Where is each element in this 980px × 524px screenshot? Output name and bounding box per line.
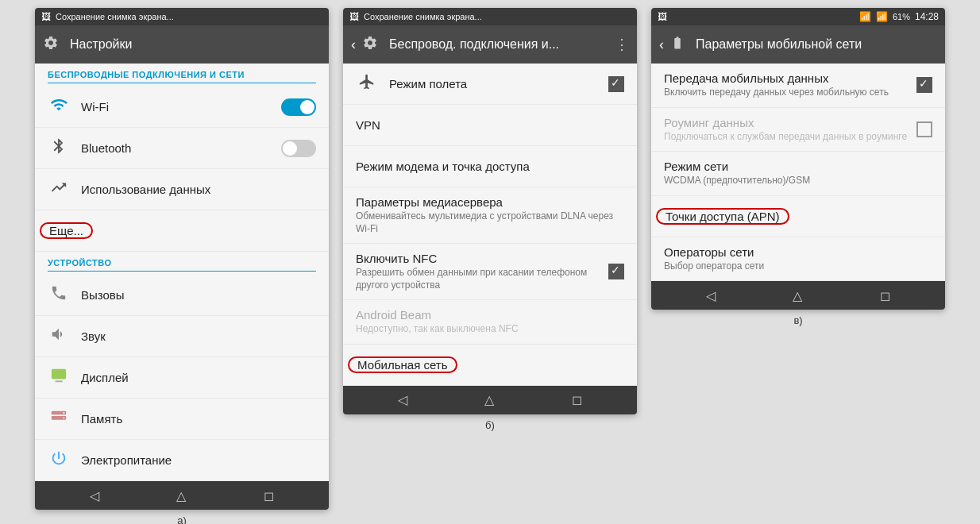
main-text-apn: Точки доступа (APN) [664, 210, 932, 223]
airplane-icon [356, 73, 378, 94]
toggle-off-bluetooth[interactable] [281, 140, 316, 157]
content-area: Передача мобильных данныхВключить переда… [651, 64, 945, 281]
checkbox-checked-nfc[interactable] [608, 264, 624, 279]
recent-nav[interactable]: ◻ [572, 392, 582, 407]
setting-item-sound[interactable]: Звук [35, 316, 329, 357]
setting-item-wifi[interactable]: Wi-Fi [35, 87, 329, 128]
main-text-mediaserver: Параметры медиасервера [356, 195, 624, 209]
signal-icon: 📶 [876, 11, 888, 22]
checkbox-checked-mobile-data[interactable] [916, 77, 932, 93]
main-text-operators: Операторы сети [664, 245, 932, 259]
header-title: Сохранение снимка экрана... [364, 12, 482, 21]
circled-label-more: Еще... [40, 222, 93, 239]
setting-item-tethering[interactable]: Режим модема и точка доступа [343, 146, 637, 187]
toolbar-title: Беспровод. подключения и... [389, 37, 608, 52]
main-text-roaming: Роуминг данных [664, 116, 916, 129]
setting-item-vpn[interactable]: VPN [343, 105, 637, 146]
setting-item-mediaserver[interactable]: Параметры медиасервераОбменивайтесь муль… [343, 187, 637, 244]
back-nav[interactable]: ◁ [90, 488, 99, 503]
setting-item-calls[interactable]: Вызовы [35, 275, 329, 316]
setting-item-more[interactable]: Еще... [35, 210, 329, 252]
content-area: БЕСПРОВОДНЫЕ ПОДКЛЮЧЕНИЯ И СЕТИWi-FiBlue… [35, 64, 329, 481]
display-icon [48, 367, 70, 388]
text-content-operators: Операторы сетиВыбор оператора сети [664, 245, 932, 273]
setting-item-airplane[interactable]: Режим полета [343, 64, 637, 105]
phone-screen-b: 🖼 Сохранение снимка экрана... ‹Беспровод… [343, 8, 637, 414]
toggle-on-wifi[interactable] [281, 98, 316, 116]
checkbox-unchecked-roaming[interactable] [916, 121, 932, 137]
phone-screen-a: 🖼 Сохранение снимка экрана... НастройкиБ… [35, 8, 329, 510]
main-text-mobile-net: Мобильная сеть [356, 358, 624, 372]
text-content-apn: Точки доступа (APN) [664, 210, 932, 223]
setting-item-data-usage[interactable]: Использование данных [35, 169, 329, 210]
text-content-nfc: Включить NFCРазрешить обмен данными при … [356, 252, 608, 291]
screenshot-icon: 🖼 [41, 11, 51, 22]
wifi-icon: 📶 [859, 11, 871, 22]
section-divider-wireless [48, 83, 316, 83]
svg-point-4 [64, 412, 65, 414]
text-content-mobile-data: Передача мобильных данныхВключить переда… [664, 71, 916, 99]
phone-wrap-screen-c: 🖼 📶 📶 61% 14:28 ‹Параметры мобильной сет… [651, 8, 945, 326]
text-content-sound: Звук [81, 329, 316, 343]
section-label-wireless: БЕСПРОВОДНЫЕ ПОДКЛЮЧЕНИЯ И СЕТИ [35, 64, 329, 83]
setting-item-apn[interactable]: Точки доступа (APN) [651, 196, 945, 237]
home-nav[interactable]: △ [484, 392, 494, 407]
sub-text-operators: Выбор оператора сети [664, 260, 932, 273]
screenshot-icon: 🖼 [349, 11, 359, 22]
text-content-airplane: Режим полета [389, 77, 608, 91]
settings-icon [43, 35, 59, 54]
setting-item-bluetooth[interactable]: Bluetooth [35, 128, 329, 169]
text-content-calls: Вызовы [81, 288, 316, 302]
sub-text-mobile-data: Включить передачу данных через мобильную… [664, 87, 916, 99]
back-nav[interactable]: ◁ [398, 392, 407, 407]
text-content-network-mode: Режим сетиWCDMA (предпочтительно)/GSM [664, 160, 932, 187]
bluetooth-icon [48, 137, 70, 159]
sound-icon [48, 326, 70, 347]
home-nav[interactable]: △ [793, 288, 802, 303]
main-text-nfc: Включить NFC [356, 252, 608, 265]
setting-item-android-beam[interactable]: Android BeamНедоступно, так как выключен… [343, 300, 637, 345]
text-content-power: Электропитание [81, 453, 316, 467]
setting-item-operators[interactable]: Операторы сетиВыбор оператора сети [651, 237, 945, 282]
screenshot-icon: 🖼 [658, 11, 667, 22]
sub-text-android-beam: Недоступно, так как выключена NFC [356, 323, 624, 336]
phone-footer-screen-b: ◁△◻ [343, 386, 637, 414]
text-content-data-usage: Использование данных [81, 183, 316, 196]
recent-nav[interactable]: ◻ [264, 488, 274, 503]
header-screen-b: 🖼 Сохранение снимка экрана... [343, 8, 637, 25]
home-nav[interactable]: △ [176, 488, 186, 503]
setting-item-network-mode[interactable]: Режим сетиWCDMA (предпочтительно)/GSM [651, 152, 945, 196]
svg-rect-1 [55, 380, 62, 382]
setting-item-power[interactable]: Электропитание [35, 440, 329, 481]
back-button[interactable]: ‹ [659, 37, 664, 53]
main-text-bluetooth: Bluetooth [81, 141, 281, 155]
phone-screen-c: 🖼 📶 📶 61% 14:28 ‹Параметры мобильной сет… [651, 8, 945, 310]
battery-label: 61% [893, 12, 910, 21]
main-text-sound: Звук [81, 329, 316, 343]
main-text-tethering: Режим модема и точка доступа [356, 160, 624, 173]
setting-item-display[interactable]: Дисплей [35, 357, 329, 399]
sub-text-mediaserver: Обменивайтесь мультимедиа с устройствами… [356, 210, 624, 235]
checkbox-checked-airplane[interactable] [608, 76, 624, 92]
screen-label-screen-b: б) [485, 419, 495, 431]
setting-item-nfc[interactable]: Включить NFCРазрешить обмен данными при … [343, 244, 637, 300]
text-content-wifi: Wi-Fi [81, 100, 281, 114]
mobile-icon [670, 36, 685, 53]
menu-button[interactable]: ⋮ [615, 36, 629, 53]
main-text-storage: Память [81, 412, 316, 426]
clock: 14:28 [915, 11, 939, 22]
back-button[interactable]: ‹ [351, 37, 356, 53]
screen-label-screen-a: а) [177, 514, 187, 524]
text-content-android-beam: Android BeamНедоступно, так как выключен… [356, 308, 624, 336]
screen-label-screen-c: в) [793, 314, 802, 326]
setting-item-mobile-net[interactable]: Мобильная сеть [343, 345, 637, 386]
wireless-icon [362, 35, 378, 54]
setting-item-roaming[interactable]: Роуминг данныхПодключаться к службам пер… [651, 108, 945, 152]
header-title: Сохранение снимка экрана... [56, 12, 174, 21]
main-text-network-mode: Режим сети [664, 160, 932, 173]
main-text-display: Дисплей [81, 371, 316, 384]
back-nav[interactable]: ◁ [706, 288, 716, 303]
recent-nav[interactable]: ◻ [880, 288, 890, 303]
setting-item-mobile-data[interactable]: Передача мобильных данныхВключить переда… [651, 64, 945, 108]
setting-item-storage[interactable]: Память [35, 399, 329, 440]
